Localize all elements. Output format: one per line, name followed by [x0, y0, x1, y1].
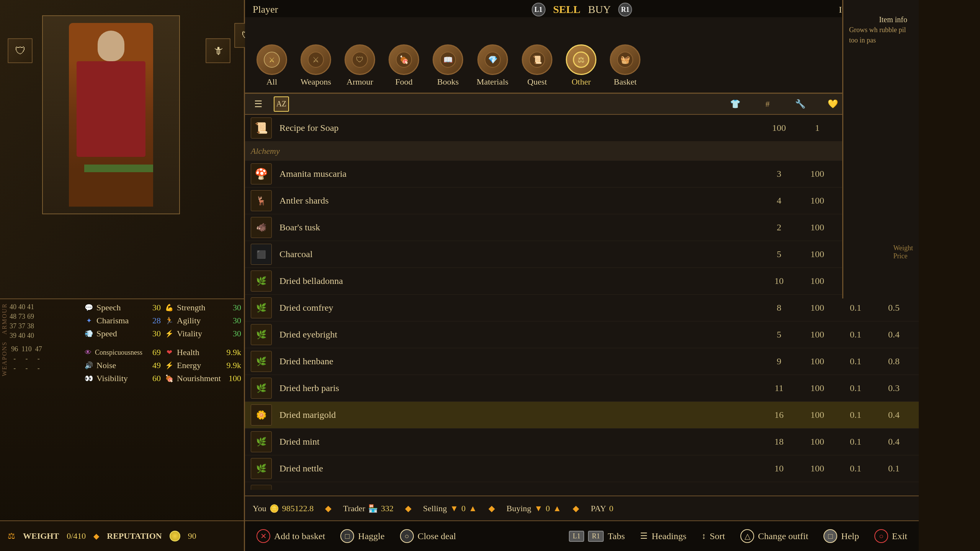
weapon-stat-3-1: -	[10, 364, 20, 372]
item-row-dried-eyebright[interactable]: 🌿 Dried eyebright 5 100 0.1 0.4	[245, 321, 919, 348]
headings-button[interactable]: ☰ Headings	[640, 531, 686, 541]
item-row-charcoal[interactable]: ⬛ Charcoal 5 100 0.2 0.4	[245, 241, 919, 268]
tab-books-icon: 📖	[433, 44, 463, 75]
tab-books[interactable]: 📖 Books	[427, 41, 469, 91]
sell-tab[interactable]: SELL	[553, 3, 581, 16]
character-belt	[84, 165, 153, 172]
item-row-antler[interactable]: 🦌 Antler shards 4 100 0.6 0.6	[245, 187, 919, 214]
help-icon: □	[823, 529, 837, 543]
lb-controller-button[interactable]: L1	[532, 3, 546, 16]
item-row-dried-mint[interactable]: 🌿 Dried mint 18 100 0.1 0.4	[245, 429, 919, 455]
item-row-dried-comfrey[interactable]: 🌿 Dried comfrey 8 100 0.1 0.5	[245, 295, 919, 321]
speech-stat: 💬 Speech 30	[84, 301, 161, 314]
item-row-dried-marigold[interactable]: 🌼 Dried marigold 16 100 0.1 0.4	[245, 402, 919, 429]
exit-icon: ○	[874, 529, 888, 543]
item-weight-dried-nettle: 0.1	[836, 463, 875, 474]
weapons-label: WEAPONS	[1, 341, 8, 376]
armour-stat-1-3: 41	[27, 303, 34, 311]
item-row-dried-sage[interactable]: 🌿 Dried sage 8 100 0.1 2.0	[245, 482, 919, 490]
speed-value: 30	[145, 329, 161, 339]
item-qty-dried-mint: 18	[760, 437, 798, 447]
agility-value: 30	[226, 316, 241, 326]
item-info-panel: Item info Grows wh rubble pil too in pas…	[842, 0, 919, 298]
tab-quest[interactable]: 📜 Quest	[516, 41, 558, 91]
item-row-dried-henbane[interactable]: 🌿 Dried henbane 9 100 0.1 0.8	[245, 348, 919, 375]
weapons-stats: 96 110 47 - - - - - -	[10, 345, 44, 372]
top-nav-bar: Player L1 SELL BUY R1 Item info	[245, 0, 919, 19]
armour-stat-1-1: 40	[10, 303, 16, 311]
slot-extra-left[interactable]: 🛡	[8, 38, 33, 63]
sort-az-button[interactable]: AZ	[274, 96, 289, 112]
tab-quest-label: Quest	[528, 77, 547, 87]
item-weight-dried-herb-paris: 0.1	[836, 383, 875, 393]
you-status: You 🪙 985122.8	[253, 504, 314, 514]
item-row-amanita[interactable]: 🍄 Amanita muscaria 3 100 0.1 1	[245, 161, 919, 187]
tab-food[interactable]: 🍖 Food	[383, 41, 425, 91]
item-row-boars-tusk[interactable]: 🐗 Boar's tusk 2 100 0.1 0.9	[245, 214, 919, 241]
buy-tab[interactable]: BUY	[588, 3, 611, 16]
buying-status: Buying ▼ 0 ▲	[506, 504, 561, 514]
col-header-condition: 🔧	[785, 99, 815, 109]
item-row-dried-herb-paris[interactable]: 🌿 Dried herb paris 11 100 0.1 0.3	[245, 375, 919, 402]
armour-stat-2-2: 73	[18, 313, 25, 321]
category-name-alchemy: Alchemy	[251, 146, 913, 156]
item-row-dried-belladonna[interactable]: 🌿 Dried belladonna 10 100 0.1 2.4	[245, 268, 919, 295]
pay-label: PAY	[591, 504, 606, 514]
tab-other[interactable]: ⚖ Other	[560, 41, 602, 91]
item-qty-dried-comfrey: 8	[760, 303, 798, 313]
buying-value: 0	[546, 504, 550, 514]
tabs-label: Tabs	[608, 531, 625, 541]
add-basket-button[interactable]: ✕ Add to basket	[256, 529, 325, 543]
r1-button: R1	[588, 531, 604, 542]
change-outfit-button[interactable]: △ Change outfit	[740, 529, 808, 543]
item-name-charcoal: Charcoal	[279, 249, 760, 259]
help-button[interactable]: □ Help	[823, 529, 859, 543]
help-label: Help	[841, 531, 859, 541]
conspicuousness-value: 69	[145, 347, 161, 357]
selling-label: Selling	[423, 504, 447, 514]
item-weight-dried-eyebright: 0.1	[836, 329, 875, 340]
trade-status-bar: You 🪙 985122.8 ◆ Trader 🏪 332 ◆ Selling …	[245, 496, 919, 520]
item-weight-dried-marigold: 0.1	[836, 410, 875, 420]
item-qty-recipe-soap: 100	[760, 123, 798, 133]
tab-materials[interactable]: 💎 Materials	[471, 41, 514, 91]
item-icon-recipe-soap: 📜	[251, 117, 272, 139]
item-icon-dried-herb-paris: 🌿	[251, 378, 272, 399]
slot-alt-5[interactable]: 🗡	[206, 38, 230, 63]
close-deal-button[interactable]: ○ Close deal	[400, 529, 456, 543]
item-row-dried-nettle[interactable]: 🌿 Dried nettle 10 100 0.1 0.1	[245, 455, 919, 482]
item-icon-dried-mint: 🌿	[251, 431, 272, 452]
exit-button[interactable]: ○ Exit	[874, 529, 907, 543]
item-name-dried-eyebright: Dried eyebright	[279, 329, 760, 340]
item-name-dried-henbane: Dried henbane	[279, 356, 760, 367]
you-label: You	[253, 504, 266, 514]
visibility-stat: 👀 Visibility 60	[84, 372, 161, 385]
charisma-label: Charisma	[96, 316, 142, 326]
item-price-dried-eyebright: 0.4	[875, 329, 913, 340]
vitality-stat: ⚡ Vitality 30	[165, 327, 241, 340]
armour-stat-2-3: 69	[27, 313, 34, 321]
energy-value: 9.9k	[226, 360, 241, 370]
tab-all[interactable]: ⚔ All	[251, 41, 293, 91]
visibility-label: Visibility	[96, 373, 142, 383]
price-info-label: Price	[893, 252, 913, 260]
sort-button[interactable]: ↕ Sort	[702, 531, 725, 541]
haggle-button[interactable]: □ Haggle	[340, 529, 384, 543]
player-label: Player	[253, 4, 278, 15]
speed-icon: 💨	[84, 329, 93, 338]
tabs-button[interactable]: L1 R1 Tabs	[569, 531, 625, 542]
item-cond-antler: 100	[798, 196, 836, 206]
item-row-recipe-soap[interactable]: 📜 Recipe for Soap 100 1 115.6	[245, 115, 919, 142]
strength-label: Strength	[177, 303, 223, 313]
tab-weapons[interactable]: ⚔ Weapons	[295, 41, 337, 91]
armour-section-label: ARMOUR	[1, 303, 8, 334]
vitality-label: Vitality	[177, 329, 223, 339]
tab-basket[interactable]: 🧺 Basket	[604, 41, 646, 91]
filter-button[interactable]: ☰	[251, 96, 266, 112]
separator-you: ◆	[325, 504, 332, 514]
rb-controller-button[interactable]: R1	[618, 3, 632, 16]
item-cond-dried-mint: 100	[798, 437, 836, 447]
tab-armour[interactable]: 🛡 Armour	[339, 41, 381, 91]
health-label: Health	[177, 347, 223, 357]
health-stat: ❤ Health 9.9k	[165, 346, 241, 359]
